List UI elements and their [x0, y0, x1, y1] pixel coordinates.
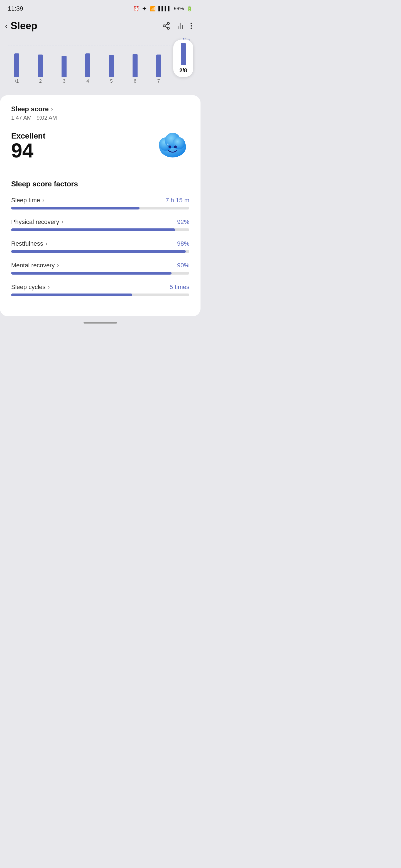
- factor-sleep-time-value: 7 h 15 m: [165, 197, 189, 204]
- chart-reference-line: [8, 45, 193, 46]
- chart-bar-3[interactable]: 3: [53, 54, 76, 84]
- factor-restfulness-bar-fill: [11, 250, 186, 253]
- factor-sleep-cycles-row[interactable]: Sleep cycles › 5 times: [11, 283, 189, 291]
- back-button[interactable]: ‹: [5, 22, 8, 30]
- factor-sleep-time-label: Sleep time: [11, 197, 40, 204]
- score-number: 94: [11, 141, 46, 160]
- selected-bar-bubble[interactable]: 2/8: [173, 39, 193, 77]
- sleep-score-title: Sleep score: [11, 105, 49, 113]
- stats-icon[interactable]: [176, 22, 184, 30]
- factor-mental-recovery-row[interactable]: Mental recovery › 90%: [11, 262, 189, 269]
- factor-sleep-time-bar-fill: [11, 207, 140, 210]
- factor-mental-recovery: Mental recovery › 90%: [11, 262, 189, 275]
- svg-line-3: [165, 26, 168, 28]
- battery-percentage: 99%: [174, 6, 184, 12]
- wifi-icon: 📶: [149, 6, 156, 12]
- factor-mental-recovery-bar-fill: [11, 272, 172, 275]
- factor-restfulness-value: 98%: [177, 240, 189, 247]
- svg-point-16: [174, 146, 177, 148]
- chart-bar-6[interactable]: 6: [124, 54, 146, 84]
- home-indicator[interactable]: [84, 322, 117, 323]
- chart-bar-5[interactable]: 5: [100, 54, 122, 84]
- more-icon[interactable]: [190, 22, 193, 30]
- factor-sleep-time-row[interactable]: Sleep time › 7 h 15 m: [11, 197, 189, 204]
- nav-left: ‹ Sleep: [5, 20, 37, 32]
- bottom-nav-bar: [0, 316, 200, 328]
- sleep-score-chevron: ›: [51, 105, 53, 113]
- factor-sleep-time-chevron: ›: [42, 197, 44, 204]
- chart-bar-2[interactable]: 2: [29, 54, 52, 84]
- factor-physical-recovery-chevron: ›: [61, 218, 63, 226]
- factor-physical-recovery-label: Physical recovery: [11, 218, 59, 226]
- selected-bar: [181, 43, 186, 65]
- factor-sleep-cycles-bar-fill: [11, 293, 132, 296]
- alarm-icon: ⏰: [133, 6, 139, 12]
- bar-label-1: /1: [15, 79, 19, 84]
- factor-mental-recovery-value: 90%: [177, 262, 189, 269]
- signal-icon: ▌▌▌▌: [159, 6, 171, 11]
- score-row: Excellent 94: [11, 129, 189, 163]
- factor-sleep-time-bar-bg: [11, 207, 189, 210]
- page-title: Sleep: [10, 20, 37, 32]
- svg-point-10: [191, 28, 192, 29]
- bar-label-2: 2: [39, 79, 42, 84]
- factor-restfulness-row[interactable]: Restfulness › 98%: [11, 240, 189, 247]
- factor-physical-recovery: Physical recovery › 92%: [11, 218, 189, 231]
- score-divider: [11, 172, 189, 172]
- factor-physical-recovery-row[interactable]: Physical recovery › 92%: [11, 218, 189, 226]
- factor-mental-recovery-chevron: ›: [57, 262, 59, 269]
- factor-restfulness-chevron: ›: [46, 240, 47, 247]
- bluetooth-icon: ✦: [142, 5, 147, 12]
- chart-area: 8 h /1 2 3 4 5 6: [0, 37, 200, 92]
- bar-label-5: 5: [110, 79, 113, 84]
- svg-point-8: [191, 23, 192, 24]
- factor-restfulness: Restfulness › 98%: [11, 240, 189, 253]
- factor-sleep-cycles-label: Sleep cycles: [11, 283, 46, 291]
- svg-point-9: [191, 25, 192, 27]
- svg-point-17: [167, 144, 169, 145]
- factor-physical-recovery-bar-fill: [11, 228, 175, 231]
- status-bar: 11:39 ⏰ ✦ 📶 ▌▌▌▌ 99% 🔋: [0, 0, 200, 15]
- battery-icon: 🔋: [187, 6, 193, 12]
- factor-mental-recovery-bar-bg: [11, 272, 189, 275]
- svg-line-4: [165, 24, 168, 25]
- bar-label-7: 7: [157, 79, 160, 84]
- factor-sleep-cycles-chevron: ›: [48, 283, 50, 291]
- score-left: Excellent 94: [11, 132, 46, 160]
- factor-restfulness-label: Restfulness: [11, 240, 43, 247]
- factor-sleep-cycles: Sleep cycles › 5 times: [11, 283, 189, 296]
- chart-bar-7[interactable]: 7: [147, 54, 170, 84]
- factor-physical-recovery-bar-bg: [11, 228, 189, 231]
- factors-title: Sleep score factors: [11, 180, 189, 188]
- status-icons: ⏰ ✦ 📶 ▌▌▌▌ 99% 🔋: [133, 5, 193, 12]
- factor-restfulness-bar-bg: [11, 250, 189, 253]
- chart-bar-4[interactable]: 4: [77, 54, 99, 84]
- share-icon[interactable]: [162, 22, 170, 30]
- bar-label-4: 4: [86, 79, 89, 84]
- bar-label-3: 3: [63, 79, 65, 84]
- selected-bar-label: 2/8: [179, 67, 187, 74]
- factor-physical-recovery-value: 92%: [177, 218, 189, 226]
- factor-sleep-cycles-value: 5 times: [170, 283, 189, 291]
- bar-label-6: 6: [134, 79, 136, 84]
- nav-right: [162, 22, 193, 30]
- status-time: 11:39: [8, 5, 23, 12]
- factor-mental-recovery-label: Mental recovery: [11, 262, 55, 269]
- top-nav: ‹ Sleep: [0, 15, 200, 37]
- factor-sleep-cycles-bar-bg: [11, 293, 189, 296]
- chart-bar-1[interactable]: /1: [6, 54, 28, 84]
- sleep-time: 1:47 AM - 9:02 AM: [11, 115, 189, 121]
- svg-point-15: [169, 146, 171, 148]
- sleep-score-header[interactable]: Sleep score ›: [11, 105, 189, 113]
- sleep-card: Sleep score › 1:47 AM - 9:02 AM Excellen…: [0, 95, 200, 316]
- sleep-mascot: [156, 129, 189, 163]
- factor-sleep-time: Sleep time › 7 h 15 m: [11, 197, 189, 210]
